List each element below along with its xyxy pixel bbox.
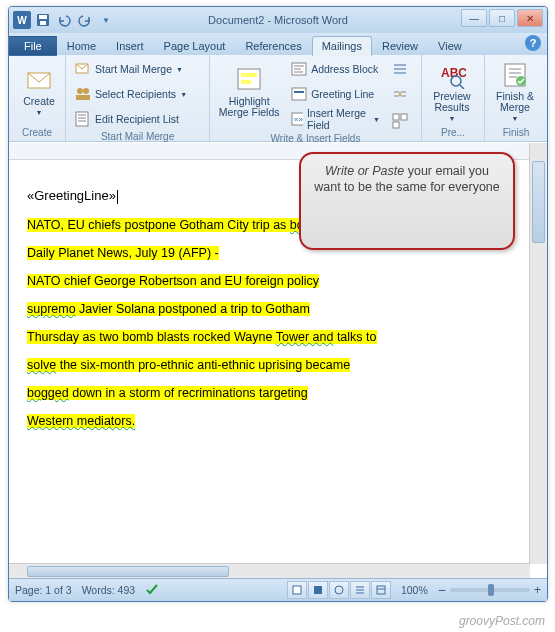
view-full-screen-button[interactable] [308, 581, 328, 599]
svg-text:ABC: ABC [441, 66, 466, 80]
svg-rect-11 [241, 80, 251, 84]
tab-review[interactable]: Review [372, 36, 428, 56]
update-labels-button[interactable] [387, 109, 417, 133]
zoom-level[interactable]: 100% [401, 584, 428, 596]
svg-rect-16 [393, 114, 399, 120]
tab-mailings[interactable]: Mailings [312, 36, 372, 56]
svg-rect-23 [293, 586, 301, 594]
svg-rect-18 [393, 122, 399, 128]
match-icon [392, 88, 408, 104]
address-block-button[interactable]: Address Block [286, 57, 385, 81]
recipients-icon [75, 86, 91, 102]
finish-icon [501, 61, 529, 89]
greeting-line-button[interactable]: Greeting Line [286, 82, 385, 106]
mail-merge-icon [75, 61, 91, 77]
svg-rect-1 [39, 15, 47, 19]
svg-rect-2 [40, 21, 46, 25]
rules-icon [392, 63, 408, 79]
help-icon[interactable]: ? [525, 35, 541, 51]
status-page[interactable]: Page: 1 of 3 [15, 584, 72, 596]
statusbar: Page: 1 of 3 Words: 493 100% − + [9, 578, 547, 601]
callout-annotation: Write or Paste your email you want to be… [299, 152, 515, 250]
scrollbar-thumb[interactable] [27, 566, 229, 577]
tab-file[interactable]: File [9, 36, 57, 56]
labels-icon [392, 113, 408, 129]
ribbon: Create▼ Create Start Mail Merge ▼ Select… [9, 55, 547, 142]
finish-merge-button[interactable]: Finish & Merge▼ [489, 57, 541, 127]
svg-point-6 [83, 88, 89, 94]
view-buttons [287, 581, 391, 599]
status-words[interactable]: Words: 493 [82, 584, 136, 596]
scrollbar-thumb[interactable] [532, 161, 545, 243]
svg-rect-10 [241, 73, 257, 77]
svg-rect-9 [238, 69, 260, 89]
edit-list-icon [75, 111, 91, 127]
qat-undo-icon[interactable] [55, 11, 73, 29]
watermark: groovyPost.com [459, 614, 545, 628]
view-web-layout-button[interactable] [329, 581, 349, 599]
tab-view[interactable]: View [428, 36, 472, 56]
greeting-icon [291, 86, 307, 102]
zoom-slider[interactable] [450, 588, 530, 592]
ribbon-tabs: File Home Insert Page Layout References … [9, 33, 547, 55]
zoom-out-button[interactable]: − [438, 582, 446, 598]
proofing-icon[interactable] [145, 582, 159, 598]
tab-references[interactable]: References [235, 36, 311, 56]
insert-merge-field-button[interactable]: «»Insert Merge Field ▼ [286, 107, 385, 131]
create-button[interactable]: Create▼ [13, 57, 65, 127]
match-fields-button[interactable] [387, 84, 417, 108]
svg-rect-13 [292, 88, 306, 100]
tab-page-layout[interactable]: Page Layout [154, 36, 236, 56]
group-start-mail-merge-label: Start Mail Merge [70, 131, 205, 143]
titlebar: W ▼ Document2 - Microsoft Word — □ ✕ [9, 7, 547, 33]
qat-redo-icon[interactable] [76, 11, 94, 29]
qat-dropdown-icon[interactable]: ▼ [97, 11, 115, 29]
svg-rect-7 [76, 95, 90, 100]
tab-insert[interactable]: Insert [106, 36, 154, 56]
page[interactable]: Write or Paste your email you want to be… [9, 160, 530, 579]
rules-button[interactable] [387, 59, 417, 83]
qat-save-icon[interactable] [34, 11, 52, 29]
word-icon: W [13, 11, 31, 29]
group-create-label: Create [13, 127, 61, 139]
group-finish-label: Finish [489, 127, 543, 139]
merge-field-icon: «» [291, 111, 303, 127]
close-button[interactable]: ✕ [517, 9, 543, 27]
envelope-icon [25, 66, 53, 94]
svg-text:«»: «» [294, 115, 303, 124]
address-icon [291, 61, 307, 77]
view-draft-button[interactable] [371, 581, 391, 599]
svg-point-25 [335, 586, 343, 594]
tab-home[interactable]: Home [57, 36, 106, 56]
minimize-button[interactable]: — [461, 9, 487, 27]
maximize-button[interactable]: □ [489, 9, 515, 27]
svg-rect-17 [401, 114, 407, 120]
group-preview-label: Pre... [426, 127, 480, 139]
zoom-slider-thumb[interactable] [488, 584, 494, 596]
preview-results-button[interactable]: ABC Preview Results▼ [426, 57, 478, 127]
svg-rect-8 [76, 112, 88, 126]
svg-rect-24 [314, 586, 322, 594]
horizontal-scrollbar[interactable] [9, 563, 530, 579]
svg-rect-26 [377, 586, 385, 594]
vertical-scrollbar[interactable] [529, 143, 547, 564]
highlight-icon [235, 66, 263, 94]
zoom-in-button[interactable]: + [534, 583, 541, 597]
select-recipients-button[interactable]: Select Recipients ▼ [70, 82, 192, 106]
view-print-layout-button[interactable] [287, 581, 307, 599]
svg-point-5 [77, 88, 83, 94]
highlight-merge-fields-button[interactable]: Highlight Merge Fields [214, 57, 284, 127]
document-area: Write or Paste your email you want to be… [9, 143, 547, 579]
edit-recipient-list-button[interactable]: Edit Recipient List [70, 107, 192, 131]
preview-icon: ABC [438, 61, 466, 89]
start-mail-merge-button[interactable]: Start Mail Merge ▼ [70, 57, 192, 81]
view-outline-button[interactable] [350, 581, 370, 599]
